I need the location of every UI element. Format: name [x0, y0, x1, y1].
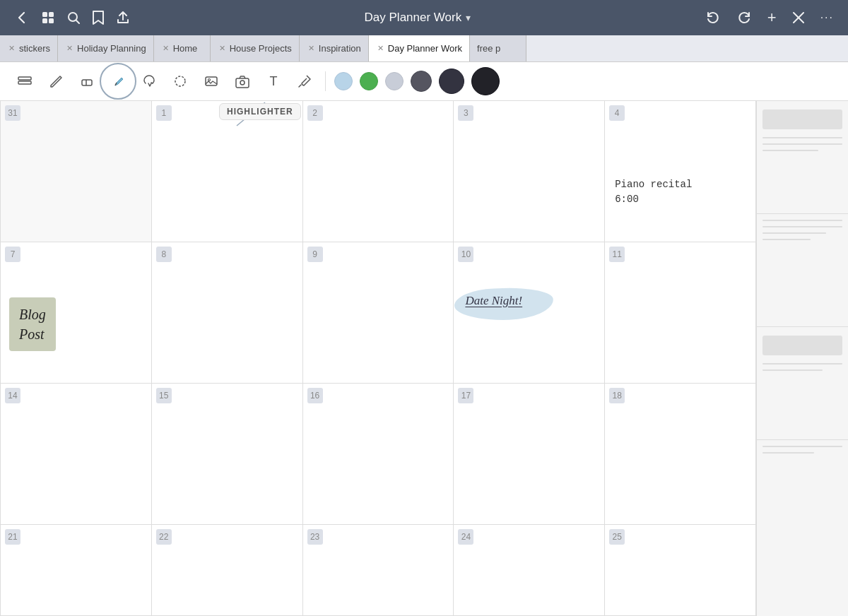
layers-tool-button[interactable]: [11, 68, 38, 95]
calendar-cell-31[interactable]: 31: [1, 101, 152, 242]
sidebar-line-2: [762, 143, 842, 145]
color-green[interactable]: [360, 72, 378, 90]
bookmark-button[interactable]: [89, 7, 107, 28]
day-number-8: 8: [156, 247, 172, 262]
tab-label-inspiration: Inspiration: [319, 43, 361, 54]
color-light-gray[interactable]: [385, 72, 404, 90]
svg-rect-1: [49, 12, 54, 17]
calendar-cell-16[interactable]: 16: [303, 384, 454, 525]
tab-close-house[interactable]: ✕: [219, 44, 225, 53]
day-number-15: 15: [156, 388, 172, 403]
lasso-tool-button[interactable]: [136, 68, 163, 95]
tab-inspiration[interactable]: ✕ Inspiration: [300, 35, 369, 61]
share-button[interactable]: [113, 8, 133, 28]
calendar-cell-18[interactable]: 18: [605, 384, 756, 525]
day-number-2: 2: [307, 105, 323, 121]
day-number-25: 25: [609, 529, 625, 545]
blog-post-note: Blog Post: [9, 297, 56, 351]
image-tool-button[interactable]: [198, 68, 225, 95]
svg-rect-16: [236, 78, 249, 88]
svg-rect-10: [82, 80, 92, 85]
color-dark-gray1[interactable]: [411, 71, 432, 92]
calendar-cell-24[interactable]: 24: [454, 525, 605, 617]
calendar-cell-4[interactable]: 4 Piano recital 6:00: [605, 101, 756, 242]
sidebar-line-11: [762, 452, 814, 454]
color-light-blue[interactable]: [334, 72, 353, 90]
calendar-cell-15[interactable]: 15: [152, 384, 303, 525]
tab-close-stickers[interactable]: ✕: [8, 44, 15, 53]
document-title: Day Planner Work: [365, 11, 462, 25]
title-right: + ···: [702, 6, 837, 30]
day-number-14: 14: [5, 388, 20, 403]
circle-select-tool-button[interactable]: [167, 68, 194, 95]
svg-rect-9: [18, 81, 31, 84]
sidebar-line-3: [762, 150, 818, 151]
sidebar-block-1: [762, 109, 842, 129]
tab-close-inspiration[interactable]: ✕: [308, 44, 314, 53]
color-darkest[interactable]: [471, 67, 500, 95]
highlighter-tool-button[interactable]: [105, 68, 131, 95]
tab-home[interactable]: ✕ Home: [154, 35, 211, 61]
calendar-cell-17[interactable]: 17: [454, 384, 605, 525]
svg-point-15: [208, 79, 211, 81]
calendar-cell-9[interactable]: 9: [303, 242, 454, 384]
more-button[interactable]: ···: [818, 8, 837, 27]
add-button[interactable]: +: [765, 6, 779, 30]
sidebar-line-1: [762, 137, 842, 138]
sidebar-line-4: [762, 220, 842, 221]
calendar-cell-22[interactable]: 22: [152, 525, 303, 617]
tab-holiday[interactable]: ✕ Holiday Planning: [58, 35, 154, 61]
svg-rect-14: [206, 77, 217, 85]
calendar-cell-23[interactable]: 23: [303, 525, 454, 617]
svg-line-5: [76, 20, 79, 23]
tab-close-holiday[interactable]: ✕: [66, 44, 73, 53]
day-number-21: 21: [5, 529, 20, 545]
calendar-cell-7[interactable]: 7 Blog Post: [1, 242, 152, 384]
calendar-cell-21[interactable]: 21: [1, 525, 152, 617]
day-number-1: 1: [156, 105, 172, 121]
tab-close-dayplanner[interactable]: ✕: [377, 44, 384, 53]
tab-stickers[interactable]: ✕ stickers: [0, 35, 58, 61]
search-button[interactable]: [64, 8, 83, 28]
calendar-cell-10[interactable]: 10 Date Night!: [454, 242, 605, 384]
undo-button[interactable]: [702, 7, 724, 28]
tab-freep[interactable]: free p: [470, 35, 526, 61]
close-button[interactable]: [789, 8, 808, 27]
calendar-cell-1[interactable]: 1: [152, 101, 303, 242]
svg-point-13: [175, 76, 185, 86]
tab-dayplanner[interactable]: ✕ Day Planner Work: [369, 35, 470, 61]
toolbar-divider: [325, 71, 326, 91]
calendar-cell-11[interactable]: 11: [605, 242, 756, 384]
tab-label-house: House Projects: [230, 43, 292, 54]
svg-rect-2: [42, 18, 47, 23]
calendar-cell-8[interactable]: 8: [152, 242, 303, 384]
tab-close-home[interactable]: ✕: [163, 44, 169, 53]
camera-tool-button[interactable]: [229, 68, 256, 95]
calendar-cell-14[interactable]: 14: [1, 384, 152, 525]
calendar-cell-25[interactable]: 25: [605, 525, 756, 617]
eyedropper-tool-button[interactable]: [291, 68, 318, 95]
redo-button[interactable]: [734, 7, 755, 28]
text-tool-button[interactable]: T: [260, 68, 287, 95]
grid-button[interactable]: [38, 8, 58, 28]
back-button[interactable]: [11, 7, 33, 28]
calendar-cell-3[interactable]: 3: [454, 101, 605, 242]
calendar-cell-2[interactable]: 2: [303, 101, 454, 242]
day-number-4: 4: [609, 105, 625, 121]
date-night-container: Date Night!: [465, 294, 522, 308]
date-night-text: Date Night!: [465, 294, 522, 307]
eraser-tool-button[interactable]: [73, 68, 100, 95]
day-number-7: 7: [5, 247, 20, 262]
day-number-23: 23: [307, 529, 323, 545]
day-number-24: 24: [458, 529, 473, 545]
calendar-container: 31 1 2 3 4 Piano recital 6:00 7: [0, 101, 848, 616]
color-dark-gray2[interactable]: [439, 69, 464, 94]
tab-label-dayplanner: Day Planner Work: [388, 43, 462, 54]
tabs-bar: ✕ stickers ✕ Holiday Planning ✕ Home ✕ H…: [0, 35, 848, 62]
sidebar-line-8: [762, 363, 842, 365]
tab-house[interactable]: ✕ House Projects: [211, 35, 300, 61]
title-center: Day Planner Work ▾: [141, 11, 694, 25]
svg-rect-8: [18, 77, 31, 80]
dropdown-arrow[interactable]: ▾: [466, 12, 471, 23]
pen-tool-button[interactable]: [42, 68, 69, 95]
